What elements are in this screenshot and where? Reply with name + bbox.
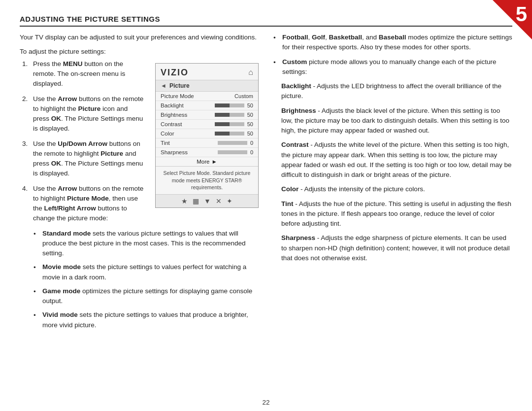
bullet-text: Standard mode sets the various picture s… [42, 229, 259, 259]
tv-row-right: 50 [213, 112, 253, 118]
tv-row-value: 0 [250, 149, 253, 155]
def-tint: Tint - Adjusts the hue of the picture. T… [281, 199, 512, 229]
tv-screen: VIZIO ⌂ ◄ Picture Picture Mode Custom Ba [155, 63, 259, 208]
step-1: 1. Press the MENU button on the remote. … [22, 59, 145, 89]
tv-row-tint: Tint 0 [156, 138, 258, 148]
tv-row-backlight: Backlight 50 [156, 101, 258, 110]
bullet-vivid-mode: • Vivid mode sets the picture settings t… [33, 310, 259, 330]
page-number: 22 [262, 399, 269, 406]
chapter-number: 5 [516, 4, 527, 25]
tv-row-label: Color [161, 131, 174, 137]
bullet-standard-mode: • Standard mode sets the various picture… [33, 229, 259, 259]
tv-row-label: Backlight [161, 103, 184, 108]
tv-slider-sharpness [218, 150, 247, 154]
left-arrow-icon: ◄ [161, 82, 166, 89]
step-number: 4. [22, 184, 33, 224]
tv-row-label: Contrast [161, 121, 182, 127]
step-number: 3. [22, 139, 33, 179]
tv-row-value: 50 [247, 121, 253, 127]
tv-slider-color [215, 132, 244, 136]
bullet-point: • [33, 262, 42, 273]
intro-paragraph: Your TV display can be adjusted to suit … [20, 33, 259, 43]
tv-row-right: 0 [216, 140, 253, 146]
bullet-text: Movie mode sets the picture settings to … [42, 262, 259, 282]
tv-row-value: Custom [234, 93, 253, 99]
bullet-point: • [273, 57, 282, 68]
step-text: Use the Arrow buttons on the remote to h… [33, 184, 145, 224]
tv-row-label: Tint [161, 140, 170, 146]
def-backlight: Backlight - Adjusts the LED brightness t… [281, 81, 512, 102]
section-heading: ADJUSTING THE PICTURE SETTINGS [20, 15, 512, 27]
bullet-point: • [33, 286, 42, 297]
def-sharpness: Sharpness - Adjusts the edge sharpness o… [281, 233, 512, 263]
bullet-text: Vivid mode sets the picture settings to … [42, 310, 259, 330]
tv-row-right: 50 [213, 121, 253, 127]
picture-mode-bullets: • Standard mode sets the various picture… [33, 229, 259, 330]
bullet-text: Game mode optimizes the picture settings… [42, 286, 259, 307]
bullet-point: • [273, 33, 282, 43]
tv-row-picture-mode: Picture Mode Custom [156, 92, 258, 101]
left-column: Your TV display can be adjusted to suit … [20, 33, 259, 396]
tv-row-sharpness: Sharpness 0 [156, 148, 258, 157]
tv-row-value: 50 [247, 131, 253, 137]
down-arrow-icon: ▼ [204, 197, 211, 205]
tv-row-contrast: Contrast 50 [156, 120, 258, 129]
star-icon: ★ [181, 197, 188, 205]
tv-row-value: 0 [250, 140, 253, 146]
tv-caption: Select Picture Mode. Standard picture mo… [156, 166, 258, 194]
tv-slider-brightness [215, 113, 244, 117]
home-icon: ⌂ [248, 68, 253, 77]
tv-row-right: 50 [213, 103, 253, 108]
tv-row-right: 50 [213, 131, 253, 137]
step-4: 4. Use the Arrow buttons on the remote t… [22, 184, 145, 224]
right-column: • Football, Golf, Basketball, and Baseba… [273, 33, 512, 396]
tv-row-label: Sharpness [161, 149, 188, 155]
grid-icon: ▦ [193, 197, 199, 205]
def-color: Color - Adjusts the intensity of the pic… [281, 184, 512, 194]
bullet-movie-mode: • Movie mode sets the picture settings t… [33, 262, 259, 282]
adjust-prompt: To adjust the picture settings: [20, 48, 259, 55]
right-bullet-sports: • Football, Golf, Basketball, and Baseba… [273, 33, 512, 53]
bullet-point: • [33, 229, 42, 239]
step-text: Use the Arrow buttons on the remote to h… [33, 94, 145, 134]
step-2: 2. Use the Arrow buttons on the remote t… [22, 94, 145, 134]
step-text: Use the Up/Down Arrow buttons on the rem… [33, 139, 145, 179]
bullet-text: Football, Golf, Basketball, and Baseball… [282, 33, 512, 53]
page-content: ADJUSTING THE PICTURE SETTINGS Your TV d… [20, 15, 512, 396]
tv-slider-tint [218, 141, 247, 145]
tv-row-value: 50 [247, 103, 253, 108]
tv-header: VIZIO ⌂ [156, 67, 258, 80]
more-label: More [197, 159, 209, 165]
step-text: Press the MENU button on the remote. The… [33, 59, 145, 89]
bullet-text: Custom picture mode allows you to manual… [282, 57, 512, 77]
tv-slider-contrast [215, 122, 244, 126]
tv-row-color: Color 50 [156, 129, 258, 138]
tv-slider-backlight [215, 103, 244, 107]
right-bullet-custom: • Custom picture mode allows you to manu… [273, 57, 512, 77]
def-contrast: Contrast - Adjusts the white level of th… [281, 140, 512, 180]
bullet-point: • [33, 310, 42, 320]
tv-more-row: More ► [156, 157, 258, 166]
vizio-logo: VIZIO [161, 68, 189, 78]
tv-row-value: 50 [247, 112, 253, 118]
tv-mockup: VIZIO ⌂ ◄ Picture Picture Mode Custom Ba [155, 63, 259, 208]
definitions-block: Backlight - Adjusts the LED brightness t… [281, 81, 512, 263]
x-icon: ✕ [216, 197, 222, 205]
step-number: 1. [22, 59, 33, 89]
two-column-layout: Your TV display can be adjusted to suit … [20, 33, 512, 396]
tv-row-brightness: Brightness 50 [156, 110, 258, 120]
tv-footer: ★ ▦ ▼ ✕ ✦ [156, 194, 258, 207]
step-number: 2. [22, 94, 33, 134]
tv-row-label: Brightness [161, 112, 187, 118]
step-3: 3. Use the Up/Down Arrow buttons on the … [22, 139, 145, 179]
tv-row-label: Picture Mode [161, 93, 194, 99]
right-arrow-icon: ► [211, 159, 217, 165]
def-brightness: Brightness - Adjusts the black level of … [281, 106, 512, 136]
bullet-game-mode: • Game mode optimizes the picture settin… [33, 286, 259, 307]
tv-menu-title: ◄ Picture [156, 80, 258, 92]
gear-icon: ✦ [227, 197, 233, 205]
tv-row-right: 0 [216, 149, 253, 155]
menu-title-label: Picture [169, 82, 190, 89]
